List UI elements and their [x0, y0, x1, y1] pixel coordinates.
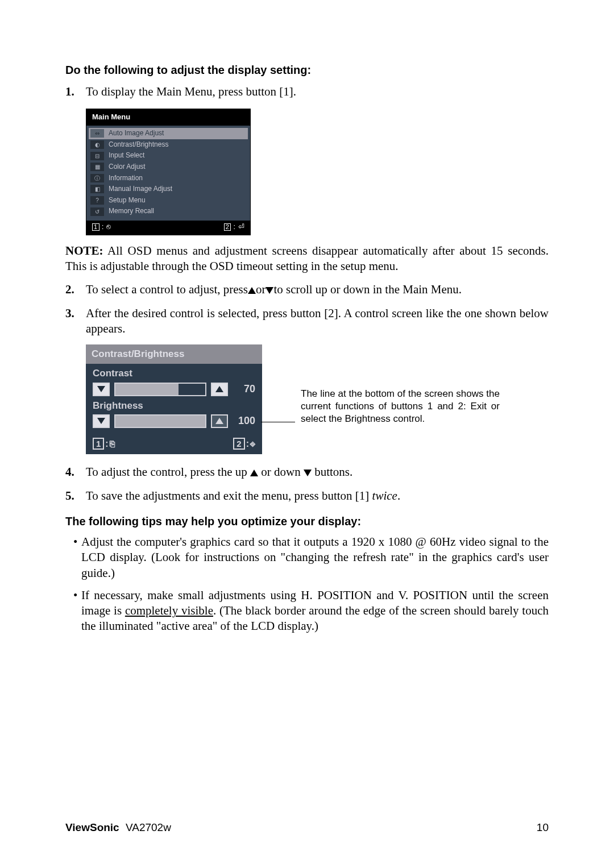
brightness-label: Brightness	[93, 400, 255, 412]
menu-item-manual-image-adjust: ◧ Manual Image Adjust	[89, 184, 248, 195]
bullet-icon: •	[65, 534, 81, 581]
step-4-post: buttons.	[312, 465, 352, 479]
cb-footer-num-2: 2	[233, 438, 244, 450]
step-2-pre: To select a control to adjust, press	[86, 283, 248, 296]
step-4-pre: To adjust the control, press the up	[86, 465, 250, 479]
note-label: NOTE:	[65, 244, 103, 258]
manual-icon: ◧	[90, 185, 104, 193]
step-2-mid: or	[256, 283, 266, 296]
menu-item-setup-menu: ? Setup Menu	[89, 195, 248, 206]
contrast-label: Contrast	[93, 367, 255, 380]
menu-item-label: Memory Recall	[109, 207, 154, 216]
menu-item-contrast-brightness: ◐ Contrast/Brightness	[89, 139, 248, 151]
step-4-text: To adjust the control, press the up or d…	[86, 464, 549, 480]
contrast-brightness-osd: Contrast/Brightness Contrast 70 Brightne…	[86, 344, 262, 454]
step-5-num: 5.	[65, 488, 86, 504]
step-1-num: 1.	[65, 84, 86, 99]
tip-1: • Adjust the computer's graphics card so…	[65, 534, 549, 581]
menu-item-label: Manual Image Adjust	[109, 185, 172, 194]
main-menu-footer: 1: ⎋ 2: ⏎	[86, 221, 250, 235]
tip-2-text: If necessary, make small adjustments usi…	[81, 588, 549, 634]
up-arrow-icon	[248, 287, 256, 294]
exit-icon: ⎋	[106, 222, 111, 232]
note-block: NOTE: All OSD menus and adjustment scree…	[65, 243, 549, 275]
auto-image-icon: ⇔	[90, 129, 104, 138]
step-4-num: 4.	[65, 464, 86, 480]
brightness-value: 100	[233, 414, 255, 427]
heading-adjust-display: Do the following to adjust the display s…	[65, 63, 549, 77]
page-number: 10	[537, 821, 549, 834]
menu-item-color-adjust: ▦ Color Adjust	[89, 161, 248, 173]
step-3: 3. After the desired control is selected…	[65, 306, 549, 337]
menu-item-memory-recall: ↺ Memory Recall	[89, 206, 248, 217]
enter-icon: ⎆	[250, 438, 255, 450]
step-4-mid: or down	[258, 465, 304, 479]
step-2-num: 2.	[65, 282, 86, 297]
note-text: All OSD menus and adjustment screens dis…	[65, 244, 549, 273]
menu-item-label: Setup Menu	[109, 196, 146, 205]
step-5-italic: twice	[372, 489, 397, 502]
recall-icon: ↺	[90, 207, 104, 216]
main-menu-osd: Main Menu ⇔ Auto Image Adjust ◐ Contrast…	[86, 109, 251, 235]
step-3-num: 3.	[65, 306, 86, 337]
step-5: 5. To save the adjustments and exit the …	[65, 488, 549, 504]
step-1: 1. To display the Main Menu, press butto…	[65, 84, 549, 99]
footer-num-1: 1	[92, 223, 99, 231]
callout-line	[261, 422, 295, 422]
tip-2: • If necessary, make small adjustments u…	[65, 588, 549, 634]
menu-item-input-select: ⊟ Input Select	[89, 150, 248, 161]
down-arrow-icon	[304, 470, 312, 476]
contrast-value: 70	[233, 383, 255, 396]
exit-icon: ⎘	[110, 438, 115, 450]
step-5-text: To save the adjustments and exit the men…	[86, 488, 549, 504]
main-menu-title: Main Menu	[86, 109, 250, 126]
brightness-row: 100	[93, 414, 255, 428]
step-1-text: To display the Main Menu, press button […	[86, 84, 549, 99]
step-2-text: To select a control to adjust, pressorto…	[86, 282, 549, 297]
brightness-bar	[114, 414, 206, 428]
cb-title: Contrast/Brightness	[86, 344, 262, 364]
menu-item-label: Information	[109, 174, 143, 183]
footer-key-1: 1: ⎋	[92, 222, 111, 232]
cb-footer: 1:⎘ 2:⎆	[86, 436, 262, 455]
brightness-down-button	[93, 414, 110, 428]
cb-footer-num-1: 1	[93, 438, 104, 450]
input-icon: ⊟	[90, 152, 104, 160]
menu-item-label: Contrast/Brightness	[109, 140, 168, 149]
tip-2-underline: completely visible	[125, 604, 213, 617]
step-2-post: to scroll up or down in the Main Menu.	[273, 283, 462, 296]
step-2: 2. To select a control to adjust, presso…	[65, 282, 549, 297]
menu-item-label: Input Select	[109, 151, 144, 160]
contrast-down-button	[93, 383, 110, 396]
brightness-up-button	[211, 414, 228, 428]
menu-item-auto-image-adjust: ⇔ Auto Image Adjust	[89, 128, 248, 139]
bullet-icon: •	[65, 588, 81, 634]
step-5-post: .	[397, 489, 400, 502]
tip-1-text: Adjust the computer's graphics card so t…	[81, 534, 549, 581]
step-5-pre: To save the adjustments and exit the men…	[86, 489, 372, 502]
contrast-up-button	[211, 383, 228, 396]
contrast-bar	[114, 383, 206, 396]
setup-icon: ?	[90, 196, 104, 205]
step-4: 4. To adjust the control, press the up o…	[65, 464, 549, 480]
cb-footer-1: 1:⎘	[93, 438, 115, 450]
step-3-text: After the desired control is selected, p…	[86, 306, 549, 337]
select-icon: ⏎	[238, 222, 245, 232]
menu-item-label: Auto Image Adjust	[109, 129, 164, 138]
page-footer: ViewSonic VA2702w 10	[65, 821, 549, 834]
down-arrow-icon	[265, 287, 273, 294]
main-menu-body: ⇔ Auto Image Adjust ◐ Contrast/Brightnes…	[86, 126, 250, 221]
contrast-row: 70	[93, 383, 255, 396]
cb-footer-2: 2:⎆	[233, 438, 255, 450]
up-arrow-icon	[250, 470, 258, 476]
footer-num-2: 2	[224, 223, 231, 231]
heading-tips: The following tips may help you optimize…	[65, 514, 549, 529]
contrast-brightness-figure: Contrast/Brightness Contrast 70 Brightne…	[86, 344, 549, 454]
menu-item-information: ⓘ Information	[89, 173, 248, 184]
callout-text: The line at the bottom of the screen sho…	[301, 388, 500, 425]
footer-brand: ViewSonic	[65, 821, 119, 833]
footer-key-2: 2: ⏎	[224, 222, 244, 232]
menu-item-label: Color Adjust	[109, 163, 146, 172]
color-icon: ▦	[90, 163, 104, 171]
contrast-icon: ◐	[90, 140, 104, 149]
